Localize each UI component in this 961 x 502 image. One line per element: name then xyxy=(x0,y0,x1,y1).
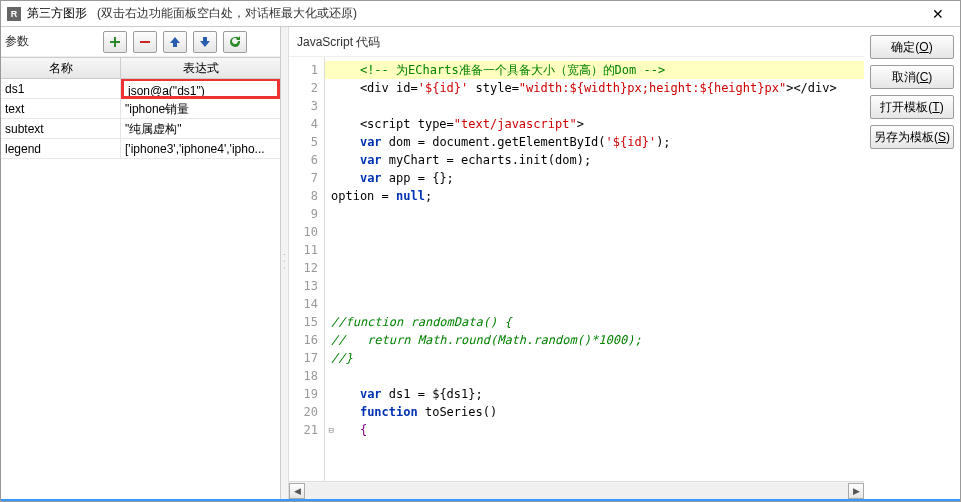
titlebar: R 第三方图形 (双击右边功能面板空白处，对话框最大化或还原) ✕ xyxy=(1,1,960,27)
code-line xyxy=(325,295,864,313)
param-name: legend xyxy=(1,139,121,158)
param-row[interactable]: ds1json@a("ds1") xyxy=(1,79,280,99)
code-line: //function randomData() { xyxy=(325,313,864,331)
add-button[interactable] xyxy=(103,31,127,53)
code-line: // return Math.round(Math.random()*1000)… xyxy=(325,331,864,349)
code-line: var ds1 = ${ds1}; xyxy=(325,385,864,403)
arrow-down-icon xyxy=(199,36,211,48)
code-line xyxy=(325,277,864,295)
params-toolbar xyxy=(91,31,247,53)
refresh-icon xyxy=(229,36,241,48)
scroll-track[interactable] xyxy=(305,483,848,499)
code-line xyxy=(325,259,864,277)
code-line xyxy=(325,367,864,385)
code-line: var dom = document.getElementById('${id}… xyxy=(325,133,864,151)
svg-rect-0 xyxy=(140,41,150,43)
code-line: var app = {}; xyxy=(325,169,864,187)
dialog-buttons: 确定(O) 取消(C) 打开模板(T) 另存为模板(S) xyxy=(864,27,960,499)
minus-icon xyxy=(139,36,151,48)
code-gutter: 123456789101112131415161718192021 xyxy=(289,57,325,481)
move-up-button[interactable] xyxy=(163,31,187,53)
param-expr[interactable]: ['iphone3','iphone4','ipho... xyxy=(121,139,280,158)
remove-button[interactable] xyxy=(133,31,157,53)
params-body: ds1json@a("ds1")text"iphone销量subtext"纯属虚… xyxy=(1,79,280,499)
code-line xyxy=(325,241,864,259)
refresh-button[interactable] xyxy=(223,31,247,53)
splitter-handle[interactable]: ··· xyxy=(281,27,289,499)
code-line: function toSeries() xyxy=(325,403,864,421)
code-line: //} xyxy=(325,349,864,367)
param-expr[interactable]: "iphone销量 xyxy=(121,99,280,118)
param-row[interactable]: text"iphone销量 xyxy=(1,99,280,119)
open-template-button[interactable]: 打开模板(T) xyxy=(870,95,954,119)
header-name: 名称 xyxy=(1,58,121,78)
code-editor[interactable]: 123456789101112131415161718192021 <!-- 为… xyxy=(289,57,864,481)
params-panel: 参数 名称 表达式 xyxy=(1,27,281,499)
scroll-left-button[interactable]: ◀ xyxy=(289,483,305,499)
code-line: <div id='${id}' style="width:${width}px;… xyxy=(325,79,864,97)
code-line: <script type="text/javascript"> xyxy=(325,115,864,133)
param-row[interactable]: legend['iphone3','iphone4','ipho... xyxy=(1,139,280,159)
main-area: 参数 名称 表达式 xyxy=(1,27,960,499)
scroll-right-button[interactable]: ▶ xyxy=(848,483,864,499)
window-subtitle: (双击右边功能面板空白处，对话框最大化或还原) xyxy=(97,5,357,22)
code-line: var myChart = echarts.init(dom); xyxy=(325,151,864,169)
code-line xyxy=(325,205,864,223)
param-expr[interactable]: json@a("ds1") xyxy=(121,79,280,99)
window-title: 第三方图形 xyxy=(27,5,87,22)
header-expr: 表达式 xyxy=(121,58,280,78)
arrow-up-icon xyxy=(169,36,181,48)
code-content[interactable]: <!-- 为ECharts准备一个具备大小（宽高）的Dom --> <div i… xyxy=(325,57,864,481)
code-panel: JavaScript 代码 12345678910111213141516171… xyxy=(289,27,864,499)
code-line: <!-- 为ECharts准备一个具备大小（宽高）的Dom --> xyxy=(325,61,864,79)
plus-icon xyxy=(109,36,121,48)
app-icon: R xyxy=(7,7,21,21)
code-title: JavaScript 代码 xyxy=(289,27,864,57)
code-line xyxy=(325,97,864,115)
move-down-button[interactable] xyxy=(193,31,217,53)
bottom-accent xyxy=(1,499,960,501)
param-name: text xyxy=(1,99,121,118)
code-line: option = null; xyxy=(325,187,864,205)
save-template-button[interactable]: 另存为模板(S) xyxy=(870,125,954,149)
editor-hscroll[interactable]: ◀ ▶ xyxy=(289,481,864,499)
params-label: 参数 xyxy=(1,33,91,50)
params-headers: 名称 表达式 xyxy=(1,57,280,79)
code-line: { xyxy=(325,421,864,439)
param-row[interactable]: subtext"纯属虚构" xyxy=(1,119,280,139)
ok-button[interactable]: 确定(O) xyxy=(870,35,954,59)
code-line xyxy=(325,223,864,241)
param-expr[interactable]: "纯属虚构" xyxy=(121,119,280,138)
close-button[interactable]: ✕ xyxy=(922,4,954,24)
param-name: subtext xyxy=(1,119,121,138)
param-name: ds1 xyxy=(1,79,121,98)
cancel-button[interactable]: 取消(C) xyxy=(870,65,954,89)
